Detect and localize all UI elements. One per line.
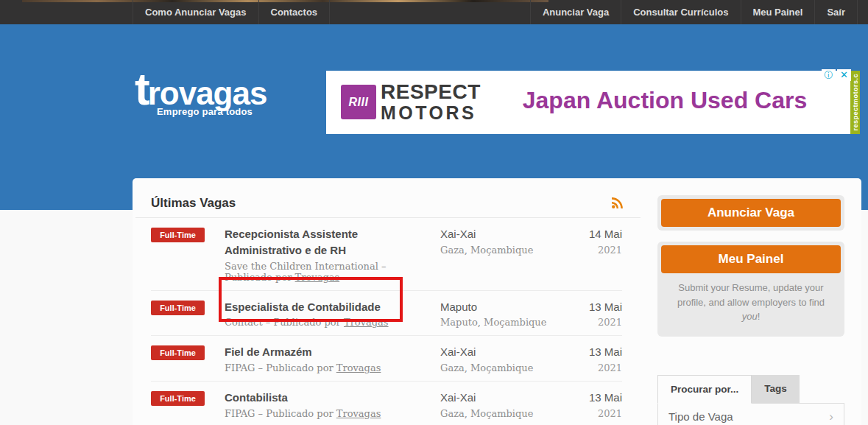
job-title-link[interactable]: Fiel de Armazém: [225, 344, 427, 360]
anunciar-vaga-box: Anunciar Vaga: [657, 195, 844, 231]
job-type-badge: Full-Time: [151, 228, 205, 242]
job-type-badge: Full-Time: [151, 345, 205, 360]
trovagas-link[interactable]: Trovagas: [344, 317, 389, 328]
sidebar-tab[interactable]: Procurar por...: [657, 375, 752, 404]
job-region: Maputo, Moçambique: [440, 317, 556, 328]
top-nav-bar: Como Anunciar Vagas Contactos Anunciar V…: [0, 0, 868, 24]
nav-right-group: Anunciar Vaga Consultar Currículos Meu P…: [530, 0, 858, 24]
ad-brand-logo: RIII: [341, 85, 376, 119]
nav-item[interactable]: Meu Painel: [741, 0, 815, 24]
page-title: Últimas Vagas: [151, 196, 236, 211]
job-location-column: Xai-Xai Gaza, Moçambique: [440, 226, 556, 283]
job-badge-column: Full-Time: [151, 299, 225, 329]
job-date-column: 13 Mai 2021: [556, 299, 622, 329]
anunciar-vaga-button[interactable]: Anunciar Vaga: [661, 199, 841, 227]
ad-close-icon[interactable]: ✕: [837, 69, 851, 81]
job-location-column: Maputo Maputo, Moçambique: [440, 299, 556, 329]
job-row[interactable]: Full-Time Recepcionista Assistente Admin…: [151, 218, 622, 291]
job-region: Gaza, Moçambique: [440, 362, 556, 373]
job-title-link[interactable]: Contabilista: [225, 390, 427, 406]
job-city: Xai-Xai: [440, 344, 556, 360]
job-location-column: Xai-Xai Gaza, Moçambique: [440, 344, 556, 373]
job-company-line: FIPAG – Publicado por Trovagas: [225, 362, 427, 373]
sidebar-tabs: Procurar por... Tags: [657, 375, 844, 403]
trovagas-link[interactable]: Trovagas: [336, 362, 381, 373]
resume-note: Submit your Resume, update your profile,…: [661, 273, 841, 333]
job-date-column: 14 Mai 2021: [556, 226, 622, 283]
chevron-right-icon: ›: [829, 410, 833, 423]
main-content-card: Últimas Vagas Full-Time Recepcionista As…: [133, 178, 861, 425]
job-type-badge: Full-Time: [151, 391, 205, 406]
job-badge-column: Full-Time: [151, 344, 225, 373]
nav-item[interactable]: Saír: [814, 0, 858, 24]
job-region: Gaza, Moçambique: [440, 408, 556, 419]
job-row[interactable]: Full-Time Fiel de Armazém FIPAG – Public…: [151, 336, 622, 382]
job-type-badge: Full-Time: [151, 301, 205, 315]
job-title-column: Especialista de Contabilidade Contact – …: [225, 299, 440, 329]
job-date-column: 13 Mai 2021: [556, 390, 622, 419]
adchoices-info-icon[interactable]: ⓘ: [822, 69, 836, 81]
filter-item[interactable]: Tipo de Vaga ›: [658, 404, 844, 425]
job-date-year: 2021: [556, 245, 622, 256]
job-date-day: 13 Mai: [556, 390, 622, 406]
job-badge-column: Full-Time: [151, 226, 225, 283]
ad-brand-name: RESPECT MOTORS: [381, 82, 481, 122]
job-title-link[interactable]: Especialista de Contabilidade: [225, 299, 427, 315]
meu-painel-box: Meu Painel Submit your Resume, update yo…: [657, 242, 844, 337]
site-logo[interactable]: t rovagas Emprego para todos: [135, 72, 267, 117]
job-row[interactable]: Full-Time Contabilista FIPAG – Publicado…: [151, 382, 622, 425]
job-company-line: Contact – Publicado por Trovagas: [225, 317, 427, 328]
job-date-year: 2021: [556, 362, 622, 373]
ad-side-url: respectmotors.c: [852, 74, 859, 131]
job-date-day: 14 Mai: [556, 226, 622, 242]
job-date-column: 13 Mai 2021: [556, 344, 622, 373]
job-date-day: 13 Mai: [556, 299, 622, 315]
job-date-day: 13 Mai: [556, 344, 622, 360]
job-title-column: Fiel de Armazém FIPAG – Publicado por Tr…: [225, 344, 440, 373]
job-date-year: 2021: [556, 408, 622, 419]
ad-side-strip: respectmotors.c: [850, 71, 860, 134]
job-location-column: Xai-Xai Gaza, Moçambique: [440, 390, 556, 419]
filter-list: Tipo de Vaga › Categoria da Vaga ›: [657, 403, 844, 425]
job-title-column: Contabilista FIPAG – Publicado por Trova…: [225, 390, 440, 419]
job-row[interactable]: Full-Time Especialista de Contabilidade …: [151, 291, 622, 337]
job-company-line: FIPAG – Publicado por Trovagas: [225, 408, 427, 419]
sidebar-tab[interactable]: Tags: [752, 375, 800, 403]
rss-icon[interactable]: [611, 196, 624, 209]
job-city: Xai-Xai: [440, 226, 556, 242]
sidebar: Anunciar Vaga Meu Painel Submit your Res…: [657, 195, 844, 425]
job-company-line: Save the Children International – Public…: [225, 261, 427, 283]
job-city: Maputo: [440, 299, 556, 315]
job-title-link[interactable]: Recepcionista Assistente Administrativo …: [225, 226, 427, 259]
job-city: Xai-Xai: [440, 390, 556, 406]
nav-item[interactable]: Consultar Currículos: [621, 0, 740, 24]
nav-item[interactable]: Como Anunciar Vagas: [133, 0, 258, 24]
ad-banner[interactable]: RIII RESPECT MOTORS Japan Auction Used C…: [326, 71, 860, 134]
job-date-year: 2021: [556, 317, 622, 328]
job-list: Full-Time Recepcionista Assistente Admin…: [151, 218, 622, 425]
nav-item[interactable]: Anunciar Vaga: [530, 0, 621, 24]
nav-left-group: Como Anunciar Vagas Contactos: [133, 0, 330, 24]
ad-headline[interactable]: Japan Auction Used Cars: [507, 87, 823, 114]
logo-tagline: Emprego para todos: [157, 106, 267, 117]
trovagas-link[interactable]: Trovagas: [295, 272, 340, 283]
nav-item[interactable]: Contactos: [258, 0, 331, 24]
trovagas-link[interactable]: Trovagas: [336, 408, 381, 419]
job-title-column: Recepcionista Assistente Administrativo …: [225, 226, 440, 283]
job-badge-column: Full-Time: [151, 390, 225, 419]
job-region: Gaza, Moçambique: [440, 245, 556, 256]
meu-painel-button[interactable]: Meu Painel: [661, 245, 841, 273]
